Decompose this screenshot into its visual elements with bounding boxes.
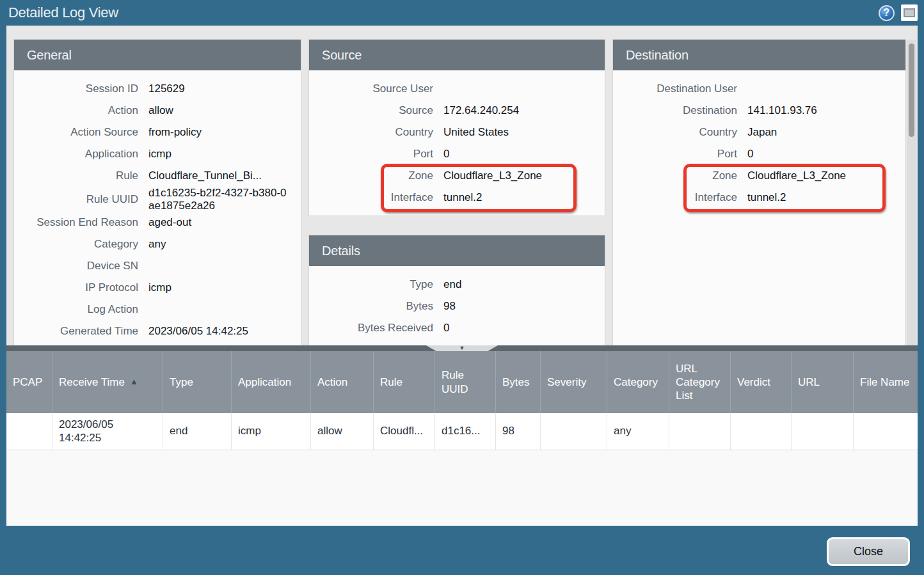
column-header-url[interactable]: URL: [792, 351, 854, 413]
field-destination-zone: ZoneCloudflare_L3_Zone: [613, 165, 905, 187]
dialog-title: Detailed Log View: [8, 4, 118, 21]
field-label: Country: [613, 126, 747, 139]
field-label: Type: [309, 278, 443, 291]
table-row[interactable]: 2023/06/05 14:42:25 end icmp allow Cloud…: [6, 413, 918, 450]
titlebar-icons: ?: [879, 4, 918, 21]
field-device-sn: Device SN: [14, 255, 301, 277]
sort-ascending-icon: ▲: [130, 377, 138, 387]
field-bytes-received: Bytes Received0: [309, 317, 605, 339]
field-session-end-reason: Session End Reasonaged-out: [14, 212, 301, 233]
column-label: URL Category List: [676, 362, 724, 403]
details-panel-body: Typeend Bytes98 Bytes Received0: [309, 266, 605, 345]
field-value: from-policy: [148, 126, 301, 139]
field-source: Source172.64.240.254: [309, 100, 605, 122]
cell-rule: Cloudfl...: [374, 413, 435, 450]
log-table-section: PCAP Receive Time▲ Type Application Acti…: [6, 351, 918, 526]
field-label: Bytes: [309, 300, 443, 313]
field-type: Typeend: [309, 274, 605, 295]
field-source-user: Source User: [309, 78, 605, 100]
window-restore-icon[interactable]: [901, 4, 918, 21]
field-label: Bytes Received: [309, 322, 443, 335]
field-label: Port: [309, 148, 443, 161]
field-label: Application: [14, 148, 148, 161]
field-value: 0: [747, 148, 905, 161]
dialog-titlebar: Detailed Log View ?: [0, 0, 924, 26]
field-rule: RuleCloudflare_Tunnel_Bi...: [14, 165, 301, 187]
field-value: 125629: [148, 83, 301, 95]
column-header-application[interactable]: Application: [232, 351, 311, 413]
column-header-file-name[interactable]: File Name: [854, 351, 918, 413]
field-value: Cloudflare_L3_Zone: [747, 169, 905, 182]
field-value: Cloudflare_Tunnel_Bi...: [148, 169, 301, 182]
field-label: Destination User: [613, 83, 747, 95]
detail-scrollbar-track[interactable]: [907, 40, 916, 345]
field-value: d1c16235-b2f2-4327-b380-0ae1875e2a26: [148, 187, 301, 212]
column-header-type[interactable]: Type: [163, 351, 232, 413]
column-label: Verdict: [737, 375, 770, 389]
field-source-port: Port0: [309, 143, 605, 165]
field-label: Session End Reason: [14, 216, 148, 229]
cell-rule-uuid: d1c16...: [435, 413, 496, 450]
field-destination-interface: Interfacetunnel.2: [613, 187, 905, 209]
splitter-collapse-handle[interactable]: ▼: [426, 345, 498, 351]
field-value: Japan: [747, 126, 905, 139]
column-header-rule[interactable]: Rule: [374, 351, 435, 413]
source-panel: Source Source User Source172.64.240.254 …: [309, 40, 605, 216]
destination-panel: Destination Destination User Destination…: [613, 40, 905, 345]
field-value: Cloudflare_L3_Zone: [443, 169, 605, 182]
cell-receive-time: 2023/06/05 14:42:25: [52, 413, 163, 450]
column-header-category[interactable]: Category: [607, 351, 669, 413]
details-panel: Details Typeend Bytes98 Bytes Received0: [309, 235, 605, 345]
field-label: Interface: [309, 191, 443, 204]
column-header-action[interactable]: Action: [311, 351, 374, 413]
field-label: Rule: [14, 169, 148, 182]
cell-category: any: [607, 413, 669, 450]
cell-action: allow: [311, 413, 374, 450]
field-action: Actionallow: [14, 100, 301, 122]
field-label: Interface: [613, 191, 747, 204]
field-destination-user: Destination User: [613, 78, 905, 100]
column-label: File Name: [860, 375, 909, 389]
general-panel-body: Session ID125629 Actionallow Action Sour…: [14, 70, 301, 345]
field-label: Category: [14, 238, 148, 251]
field-label: Rule UUID: [14, 193, 148, 206]
chevron-down-icon: ▼: [459, 345, 465, 351]
cell-bytes: 98: [496, 413, 541, 450]
field-label: Action Source: [14, 126, 148, 139]
window-restore-icon-glyph: [904, 8, 915, 17]
field-value: icmp: [148, 281, 301, 294]
column-header-receive-time[interactable]: Receive Time▲: [52, 351, 163, 413]
field-source-interface: Interfacetunnel.2: [309, 187, 605, 209]
column-header-bytes[interactable]: Bytes: [496, 351, 541, 413]
destination-panel-body: Destination User Destination141.101.93.7…: [613, 70, 905, 345]
column-header-verdict[interactable]: Verdict: [731, 351, 792, 413]
column-label: URL: [798, 375, 820, 389]
column-header-url-category-list[interactable]: URL Category List: [669, 351, 731, 413]
column-label: Application: [238, 375, 291, 389]
help-icon[interactable]: ?: [879, 5, 895, 21]
field-label: Device SN: [14, 260, 148, 272]
field-label: Generated Time: [14, 325, 148, 338]
panel-table-splitter[interactable]: ▼: [6, 345, 918, 351]
field-value: United States: [443, 126, 605, 139]
detail-panels-area: General Session ID125629 Actionallow Act…: [6, 26, 918, 345]
cell-url: [792, 413, 854, 450]
column-label: Rule: [380, 375, 402, 389]
field-label: Log Action: [14, 303, 148, 316]
log-table: PCAP Receive Time▲ Type Application Acti…: [6, 351, 918, 450]
field-value: end: [443, 278, 605, 291]
source-panel-header: Source: [309, 40, 605, 70]
column-header-severity[interactable]: Severity: [541, 351, 607, 413]
field-source-country: CountryUnited States: [309, 122, 605, 143]
column-header-pcap[interactable]: PCAP: [6, 351, 52, 413]
field-value: 172.64.240.254: [443, 104, 605, 117]
close-button[interactable]: Close: [827, 537, 910, 566]
field-value: 98: [443, 300, 605, 313]
field-value: 141.101.93.76: [747, 104, 905, 117]
field-label: Zone: [309, 169, 443, 182]
details-panel-header: Details: [309, 235, 605, 266]
field-session-id: Session ID125629: [14, 78, 301, 100]
column-header-rule-uuid[interactable]: Rule UUID: [435, 351, 496, 413]
field-label: Session ID: [14, 83, 148, 95]
detail-scrollbar-thumb[interactable]: [909, 43, 914, 137]
